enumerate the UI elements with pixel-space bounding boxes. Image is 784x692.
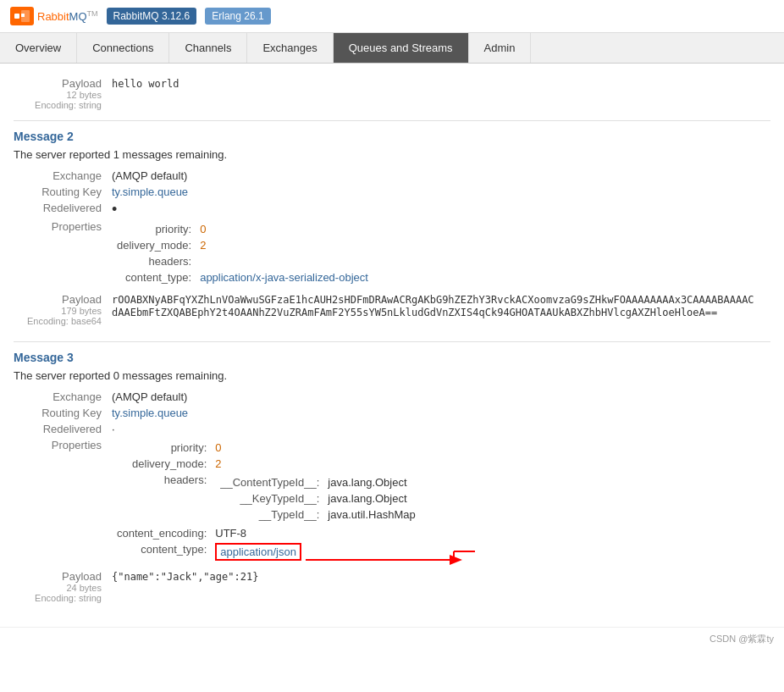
message3-content-type-text: application/json [220,545,296,558]
message2-content-type-value: application/x-java-serialized-object [196,270,372,285]
message3-priority-num: 0 [215,441,221,454]
message2-payload-label-cell: Payload 179 bytes Encoding: base64 [14,291,107,328]
svg-rect-0 [14,14,19,19]
message3-payload-encoding: Encoding: string [19,593,102,603]
message2-payload-main-label: Payload [19,293,102,306]
message3-props-table: Exchange (AMQP default) Routing Key ty.s… [14,389,770,565]
message3-content-type-highlight: application/json [215,543,301,561]
message1-payload-main-label: Payload [19,77,102,90]
message1-payload-table: Payload 12 bytes Encoding: string hello … [14,75,770,112]
message3-header2-value: java.lang.Object [324,491,418,506]
message2-routing-key-link[interactable]: ty.simple.queue [112,185,188,198]
version-badge: RabbitMQ 3.12.6 [107,8,197,25]
message2-delivery-mode-value: 2 [196,238,372,252]
nav-connections[interactable]: Connections [77,33,169,63]
message3-inner-props: priority: 0 delivery_mode: 2 [112,439,426,563]
message3-headers-label: headers: [113,473,210,524]
message1-payload-value: hello world [107,75,770,112]
message1-payload-label-cell: Payload 12 bytes Encoding: string [14,75,107,112]
message3-header1-value: java.lang.Object [324,475,418,490]
message3-header2-label: __KeyTypeId__: [217,491,323,506]
message3-content-encoding-text: UTF-8 [215,527,246,540]
message2-title: Message 2 [14,130,770,143]
nav-exchanges[interactable]: Exchanges [247,33,333,63]
message3-title: Message 3 [14,351,770,364]
message1-payload-size: 12 bytes [19,90,102,100]
message2-routing-key-label: Routing Key [14,184,107,200]
message3-headers-inner: __ContentTypeId__: java.lang.Object __Ke… [215,473,420,523]
logo-rabbit: Rabbit [37,10,69,23]
message2-routing-key-value: ty.simple.queue [107,184,770,200]
message2-delivery-mode-num: 2 [200,239,206,252]
svg-rect-2 [21,14,25,17]
message3-header3-label: __TypeId__: [217,507,323,522]
message3-delivery-mode-label: delivery_mode: [113,457,210,471]
message3-content-type-value: application/json [212,542,423,562]
message2-server-info: The server reported 1 messages remaining… [14,148,770,161]
message2-content-type-label: content_type: [113,270,195,285]
logo-icon [10,7,34,25]
nav-queues-streams[interactable]: Queues and Streams [334,33,469,63]
message3-exchange-value: (AMQP default) [107,389,770,405]
message2-exchange-value: (AMQP default) [107,168,770,184]
erlang-badge: Erlang 26.1 [205,8,270,25]
nav-channels[interactable]: Channels [169,33,247,63]
message2-inner-props: priority: 0 delivery_mode: 2 [112,220,373,286]
message3-redelivered-label: Redelivered [14,421,107,437]
message2-payload-value: rOOABXNyABFqYXZhLnVOaWwuSGFzaE1hcAUH2sHD… [107,291,770,328]
message3-properties-value: priority: 0 delivery_mode: 2 [107,437,770,565]
message3-priority-label: priority: [113,440,210,455]
message2-payload-encoding: Encoding: base64 [19,316,102,326]
message2-priority-value: 0 [196,222,372,236]
message2-priority-label: priority: [113,222,195,236]
message3-payload-text: {"name":"Jack","age":21} [112,571,258,583]
message2-props-table: Exchange (AMQP default) Routing Key ty.s… [14,168,770,288]
message2-payload-table: Payload 179 bytes Encoding: base64 rOOAB… [14,291,770,328]
red-arrow-icon [297,543,483,577]
message2-properties-label: Properties [14,219,107,288]
divider1 [14,120,770,121]
message3-section: Message 3 The server reported 0 messages… [14,351,770,605]
message3-payload-size: 24 bytes [19,583,102,593]
message3-routing-key-value: ty.simple.queue [107,405,770,421]
message3-redelivered-bullet: · [112,423,115,435]
message3-content-encoding-label: content_encoding: [113,526,210,540]
message2-headers-label: headers: [113,254,195,268]
message3-headers-value: __ContentTypeId__: java.lang.Object __Ke… [212,473,423,524]
message1-payload-text: hello world [112,78,179,90]
message3-delivery-mode-value: 2 [212,457,423,471]
message2-redelivered-label: Redelivered [14,200,107,219]
message3-routing-key-link[interactable]: ty.simple.queue [112,407,188,419]
message3-exchange-label: Exchange [14,389,107,405]
message3-content-type-label: content_type: [113,542,210,562]
message3-properties-label: Properties [14,437,107,565]
footer-text: CSDN @紫霖ty [709,634,774,644]
content: Payload 12 bytes Encoding: string hello … [0,64,784,627]
message3-server-info: The server reported 0 messages remaining… [14,369,770,382]
message2-properties-value: priority: 0 delivery_mode: 2 [107,219,770,288]
message3-delivery-mode-num: 2 [215,457,221,470]
logo: RabbitMQTM [10,7,98,25]
nav-admin[interactable]: Admin [469,33,532,63]
message2-payload-size: 179 bytes [19,306,102,316]
message3-payload-label-cell: Payload 24 bytes Encoding: string [14,568,107,605]
header: RabbitMQTM RabbitMQ 3.12.6 Erlang 26.1 [0,0,784,33]
message2-redelivered-value: • [107,200,770,219]
message2-section: Message 2 The server reported 1 messages… [14,130,770,328]
message2-payload-text: rOOABXNyABFqYXZhLnVOaWwuSGFzaE1hcAUH2sHD… [112,294,754,318]
nav: Overview Connections Channels Exchanges … [0,33,784,64]
logo-mq: MQ [69,10,87,23]
message3-header1-label: __ContentTypeId__: [217,475,323,490]
message2-headers-value [196,254,372,268]
message2-content-type-link: application/x-java-serialized-object [200,271,368,284]
message2-delivery-mode-label: delivery_mode: [113,238,195,252]
logo-tm: TM [87,9,98,18]
message1-payload-encoding: Encoding: string [19,100,102,110]
logo-text: RabbitMQTM [37,9,98,23]
message3-header3-value: java.util.HashMap [324,507,418,522]
nav-overview[interactable]: Overview [0,33,77,63]
message3-priority-value: 0 [212,440,423,455]
message2-exchange-label: Exchange [14,168,107,184]
message3-routing-key-label: Routing Key [14,405,107,421]
footer: CSDN @紫霖ty [0,627,784,650]
